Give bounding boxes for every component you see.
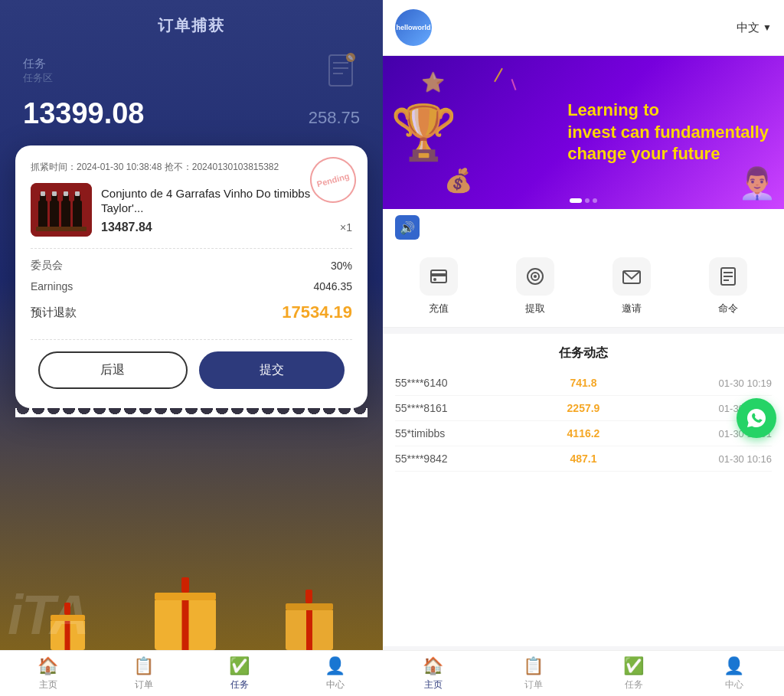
rnav-label-tasks: 任务 (625, 678, 643, 691)
bottom-nav-right: 🏠 主页 📋 订单 ✅ 任务 👤 中心 (383, 650, 784, 696)
task-user-1: 55****8161 (395, 402, 521, 414)
dot-1 (570, 198, 582, 203)
svg-rect-18 (36, 227, 87, 231)
right-header: hello world 中文 ▼ (383, 0, 784, 56)
rnav-label-orders: 订单 (524, 678, 543, 691)
banner-dots (570, 198, 597, 203)
task-row-3: 55****9842 487.1 01-30 10:16 (395, 446, 772, 472)
center-icon: 👤 (325, 656, 345, 676)
capture-time: 抓紧时间：2024-01-30 10:38:48 抢不：202401301038… (31, 161, 352, 174)
withdraw-icon (516, 257, 554, 296)
product-price-row: 13487.84 ×1 (101, 221, 352, 234)
task-row-0: 55****6140 741.8 01-30 10:19 (395, 371, 772, 396)
product-qty: ×1 (340, 221, 352, 234)
task-icon: ✎ (322, 51, 360, 90)
svg-point-21 (433, 278, 436, 281)
chevron-down-icon: ▼ (763, 22, 772, 33)
task-labels: 任务 任务区 (23, 57, 53, 85)
bottom-nav-left: 🏠 主页 📋 订单 ✅ 任务 👤 中心 (0, 650, 383, 696)
orders-icon: 📋 (133, 656, 154, 676)
task-dynamics-title: 任务动态 (395, 345, 772, 361)
dot-3 (593, 198, 597, 203)
action-command[interactable]: 命令 (680, 257, 776, 315)
task-amount-1: 2257.9 (521, 402, 646, 414)
quick-actions: 充值 提取 邀请 (383, 246, 784, 328)
refund-row: 预计退款 17534.19 (31, 296, 352, 324)
rnav-item-home[interactable]: 🏠 主页 (383, 651, 483, 696)
nav-label-home: 主页 (39, 678, 57, 691)
sound-row: 🔊 (383, 209, 784, 246)
svg-point-24 (534, 275, 537, 278)
amount-main: 13399.08 (23, 97, 145, 130)
earnings-row: Earnings 4046.35 (31, 276, 352, 296)
task-amount-2: 4116.2 (521, 427, 646, 439)
product-image (31, 183, 92, 237)
task-time-0: 01-30 10:19 (646, 377, 772, 389)
commission-value: 30% (331, 260, 352, 272)
task-row-1: 55****8161 2257.9 01-30 10:18 (395, 396, 772, 421)
action-label-invite: 邀请 (622, 302, 642, 315)
earnings-label: Earnings (31, 280, 73, 292)
amounts-row: 13399.08 258.75 (0, 93, 383, 145)
action-label-withdraw: 提取 (525, 302, 545, 315)
task-sublabel: 任务区 (23, 71, 53, 85)
action-withdraw[interactable]: 提取 (487, 257, 583, 315)
rnav-item-center[interactable]: 👤 中心 (684, 651, 784, 696)
refund-value: 17534.19 (282, 302, 352, 322)
svg-rect-8 (41, 191, 45, 196)
task-user-3: 55****9842 (395, 453, 521, 465)
rnav-item-tasks[interactable]: ✅ 任务 (583, 651, 684, 696)
back-button[interactable]: 后退 (38, 351, 188, 389)
commission-row: 委员会 30% (31, 255, 352, 276)
submit-button[interactable]: 提交 (199, 351, 345, 389)
task-time-3: 01-30 10:16 (646, 453, 772, 465)
rnav-center-icon: 👤 (724, 656, 744, 676)
nav-label-tasks: 任务 (230, 678, 249, 691)
nav-item-center[interactable]: 👤 中心 (287, 651, 383, 696)
rnav-item-orders[interactable]: 📋 订单 (483, 651, 583, 696)
amount-secondary: 258.75 (309, 108, 360, 128)
svg-rect-11 (52, 191, 57, 196)
whatsapp-fab-button[interactable] (737, 398, 776, 438)
nav-item-orders[interactable]: 📋 订单 (96, 651, 191, 696)
task-dynamics-section: 任务动态 55****6140 741.8 01-30 10:19 55****… (383, 334, 784, 646)
left-header-title: 订单捕获 (0, 0, 383, 44)
gift-box-2 (155, 577, 216, 650)
task-amount-0: 741.8 (521, 377, 646, 389)
divider-1 (31, 248, 352, 249)
svg-rect-12 (61, 201, 70, 230)
refund-label: 预计退款 (31, 306, 77, 320)
rnav-tasks-icon: ✅ (623, 656, 644, 676)
svg-rect-6 (38, 201, 47, 230)
product-row: Conjunto de 4 Garrafas Vinho Do timibbs … (31, 183, 352, 237)
action-label-recharge: 充值 (429, 302, 449, 315)
banner: 🏆 💰 ⭐ 👨‍💼 Learning to invest can fundame… (383, 56, 784, 209)
lang-label: 中文 (737, 21, 760, 35)
nav-label-center: 中心 (326, 678, 345, 691)
nav-item-home[interactable]: 🏠 主页 (0, 651, 96, 696)
product-price: 13487.84 (101, 221, 152, 234)
task-label: 任务 (23, 57, 53, 71)
tasks-icon: ✅ (229, 656, 250, 676)
sound-button[interactable]: 🔊 (395, 215, 420, 240)
task-user-2: 55*timibbs (395, 427, 521, 439)
svg-rect-14 (64, 191, 68, 196)
task-row-header: 任务 任务区 ✎ (0, 44, 383, 93)
nav-item-tasks[interactable]: ✅ 任务 (191, 651, 287, 696)
svg-rect-15 (73, 201, 82, 230)
hello-world-logo: hello world (395, 9, 432, 46)
svg-rect-17 (75, 191, 80, 196)
action-label-command: 命令 (718, 302, 738, 315)
order-modal-card: 抓紧时间：2024-01-30 10:38:48 抢不：202401301038… (15, 145, 368, 408)
language-selector[interactable]: 中文 ▼ (737, 21, 772, 35)
rnav-orders-icon: 📋 (523, 656, 544, 676)
svg-text:✎: ✎ (348, 54, 354, 62)
action-invite[interactable]: 邀请 (583, 257, 680, 315)
right-panel: hello world 中文 ▼ 🏆 💰 ⭐ 👨‍💼 Learning to i… (383, 0, 784, 696)
rnav-label-home: 主页 (424, 678, 443, 691)
svg-rect-9 (50, 201, 59, 230)
action-recharge[interactable]: 充值 (390, 257, 487, 315)
task-amount-3: 487.1 (521, 453, 646, 465)
rnav-home-icon: 🏠 (423, 656, 443, 676)
earnings-value: 4046.35 (313, 280, 352, 292)
